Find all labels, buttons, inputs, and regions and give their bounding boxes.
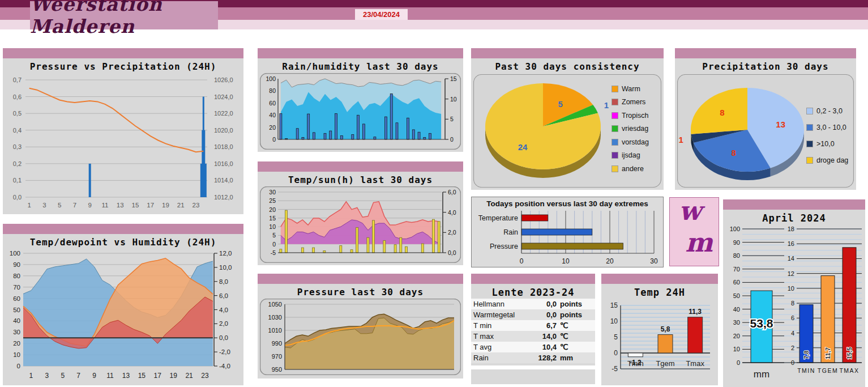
svg-text:53,8: 53,8 — [750, 317, 773, 330]
svg-text:10: 10 — [733, 346, 740, 352]
lente-label: Rain — [473, 354, 524, 362]
svg-text:13: 13 — [776, 120, 785, 129]
svg-text:4: 4 — [791, 330, 794, 337]
temp-24h-chart: -5051015-1,2Tmin5,8Tgem11,3Tmax — [604, 299, 716, 384]
svg-text:1030: 1030 — [268, 314, 282, 321]
legend-label: vorstdag — [622, 138, 649, 146]
svg-text:mm: mm — [754, 369, 769, 380]
svg-text:0: 0 — [272, 241, 276, 248]
svg-text:0,3: 0,3 — [13, 143, 22, 150]
svg-text:80: 80 — [13, 273, 20, 279]
legend-label: droge dag — [816, 156, 848, 164]
svg-text:30: 30 — [13, 329, 20, 335]
legend-item: Tropisch — [612, 109, 649, 122]
svg-text:1022,0: 1022,0 — [214, 110, 233, 117]
svg-text:990: 990 — [272, 340, 282, 347]
svg-text:1024,0: 1024,0 — [214, 93, 233, 100]
svg-text:Temperature: Temperature — [478, 214, 518, 222]
panel-temp-dew: Temp/dewpoint vs Humidity (24H) 01020304… — [3, 224, 243, 385]
legend-item: >10,0 — [806, 135, 848, 152]
chart-title-temp-dew: Temp/dewpoint vs Humidity (24H) — [3, 234, 243, 249]
legend-swatch-icon — [612, 86, 618, 92]
svg-text:Tgem: Tgem — [656, 359, 674, 368]
legend-label: andere — [622, 165, 644, 173]
legend-swatch-icon — [806, 157, 813, 164]
legend-item: andere — [612, 162, 649, 176]
svg-text:19: 19 — [162, 202, 169, 209]
svg-text:9: 9 — [88, 202, 91, 209]
svg-text:1014,0: 1014,0 — [214, 177, 233, 184]
chart-title-pressure-30d: Pressure last 30 days — [258, 284, 463, 299]
lente-unit: ℃ — [557, 332, 593, 341]
legend-label: Warm — [622, 85, 640, 93]
svg-text:5: 5 — [272, 232, 276, 239]
svg-text:0,0: 0,0 — [219, 334, 228, 341]
panel-temp-24h: Temp 24H -5051015-1,2Tmin5,8Tgem11,3Tmax — [601, 274, 718, 385]
svg-text:15: 15 — [269, 215, 276, 222]
svg-text:18: 18 — [788, 226, 794, 232]
lente-row: T avg10,4℃ — [471, 342, 595, 352]
svg-text:Rain: Rain — [503, 228, 518, 236]
svg-text:7: 7 — [76, 372, 80, 380]
svg-text:1018,0: 1018,0 — [214, 143, 233, 150]
svg-text:12: 12 — [788, 270, 794, 277]
svg-text:10: 10 — [788, 285, 794, 292]
lente-label: Warmtegetal — [473, 311, 524, 319]
svg-text:2,0: 2,0 — [448, 229, 456, 236]
svg-text:40: 40 — [13, 317, 20, 324]
legend-item: vriesdag — [612, 122, 649, 136]
legend-item: vorstdag — [612, 135, 649, 149]
legend-swatch-icon — [612, 139, 618, 146]
svg-text:3: 3 — [42, 202, 46, 209]
panel-temp-sun: Temp/sun(h) last 30 days -50510152025300… — [258, 161, 463, 265]
svg-text:0: 0 — [17, 363, 20, 369]
lente-label: T avg — [473, 343, 524, 351]
panel-strip — [471, 48, 664, 58]
panel-strip — [675, 48, 856, 58]
lente-value: 128,2 — [524, 354, 557, 362]
consistency-legend: WarmZomersTropischvriesdagvorstdagijsdag… — [612, 82, 649, 176]
svg-text:1: 1 — [604, 100, 609, 110]
legend-item: Warm — [612, 82, 649, 96]
lente-label: T max — [473, 332, 524, 341]
svg-text:9: 9 — [92, 372, 96, 380]
svg-text:10,0: 10,0 — [219, 264, 232, 271]
svg-text:4,0: 4,0 — [448, 209, 456, 216]
rain-humidity-chart: 020406080100051015 — [260, 73, 461, 150]
svg-text:15,5: 15,5 — [846, 347, 853, 359]
station-logo: w m — [669, 197, 719, 266]
lente-table: Hellmann0,0pointsWarmtegetal0,0pointsT m… — [471, 299, 595, 363]
lente-unit: mm — [557, 354, 593, 362]
svg-text:10: 10 — [269, 223, 276, 230]
svg-text:20: 20 — [606, 257, 614, 265]
date-badge: 23/04/2024 — [355, 9, 408, 20]
legend-swatch-icon — [612, 125, 618, 132]
legend-label: 3,0 - 10,0 — [816, 124, 846, 131]
svg-text:17: 17 — [154, 372, 162, 380]
panel-strip — [3, 224, 243, 234]
svg-text:0: 0 — [737, 359, 740, 366]
panel-strip — [258, 161, 463, 172]
svg-text:0,6: 0,6 — [13, 93, 22, 100]
panel-consistency: Past 30 days consistency 5124 WarmZomers… — [471, 48, 664, 190]
svg-text:90: 90 — [13, 261, 20, 268]
svg-text:16: 16 — [788, 240, 794, 247]
todays-position-chart: TemperatureRainPressure0102030 — [472, 210, 662, 266]
svg-text:5: 5 — [61, 372, 65, 380]
lente-value: 0,0 — [524, 300, 557, 308]
svg-text:0,5: 0,5 — [13, 110, 22, 117]
temp-sun-chart: -50510152025300,02,04,06,0 — [260, 186, 461, 263]
temp-dew-humidity-chart: 0102030405060708090100-4,0-2,00,02,04,06… — [3, 249, 243, 383]
svg-text:6,0: 6,0 — [448, 189, 456, 195]
svg-text:40: 40 — [269, 112, 276, 118]
svg-text:8: 8 — [791, 300, 794, 307]
april-chart: 010203040506070809010002468101214161853,… — [725, 224, 863, 383]
svg-text:2: 2 — [791, 345, 794, 351]
chart-title-todays-position: Todays position versus last 30 day extre… — [472, 197, 663, 210]
svg-text:15: 15 — [610, 301, 618, 309]
svg-text:5: 5 — [58, 202, 61, 209]
svg-text:23: 23 — [193, 202, 200, 209]
svg-text:0: 0 — [272, 136, 276, 143]
legend-swatch-icon — [806, 108, 813, 114]
lente-unit: points — [557, 300, 593, 308]
